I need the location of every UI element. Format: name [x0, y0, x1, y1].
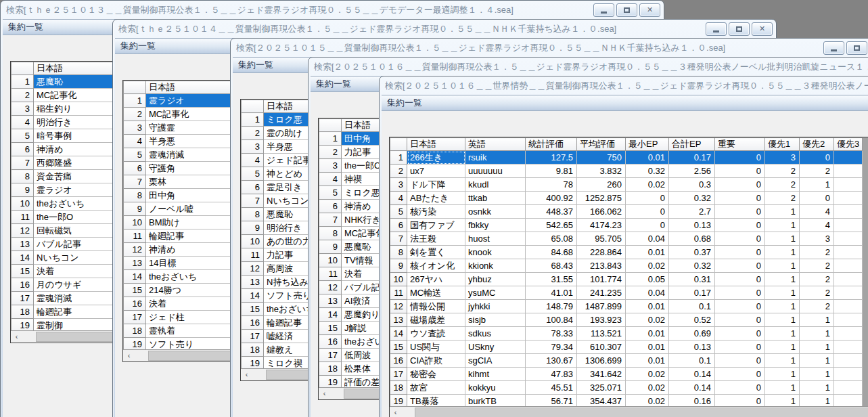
cell[interactable]	[834, 341, 863, 354]
row-number-cell[interactable]: 10	[124, 216, 146, 229]
cell[interactable]: 法王殺	[407, 232, 465, 246]
cell[interactable]: 448.37	[526, 205, 577, 219]
cell[interactable]	[834, 300, 863, 313]
row-number-cell[interactable]: 9	[390, 259, 407, 273]
row-number-cell[interactable]: 3	[390, 178, 407, 192]
cell[interactable]: 0.32	[626, 164, 669, 178]
row-number-cell[interactable]: 18	[390, 381, 407, 395]
row-number-cell[interactable]: 18	[12, 305, 34, 319]
cell[interactable]: uuuuuuu	[465, 164, 526, 178]
cell[interactable]	[834, 164, 863, 178]
cell[interactable]: 148.79	[526, 300, 577, 313]
cell[interactable]: 0.17	[669, 151, 715, 164]
scrollbar-thumb[interactable]	[415, 408, 868, 417]
cell[interactable]: 78.33	[526, 327, 577, 341]
cell[interactable]: 0.04	[626, 286, 669, 300]
cell[interactable]: 0.14	[669, 368, 715, 381]
row-number-cell[interactable]: 2	[390, 164, 407, 178]
cell[interactable]: 1	[800, 313, 834, 327]
row-number-cell[interactable]: 1	[124, 94, 146, 108]
row-number-cell[interactable]: 14	[12, 251, 34, 265]
column-header[interactable]: 優先1	[765, 138, 800, 151]
horizontal-scrollbar[interactable]: ‹ ›	[390, 406, 868, 417]
cell[interactable]: 2	[800, 300, 834, 313]
cell[interactable]	[834, 205, 863, 219]
cell[interactable]: 0.01	[626, 151, 669, 164]
row-number-cell[interactable]: 8	[319, 227, 342, 240]
cell[interactable]: ysuMC	[465, 286, 526, 300]
cell[interactable]: 0	[715, 354, 765, 368]
row-number-cell[interactable]: 5	[124, 148, 146, 162]
cell[interactable]: knook	[465, 246, 526, 259]
cell[interactable]: 4	[800, 219, 834, 232]
cell[interactable]	[834, 246, 863, 259]
scroll-left-button[interactable]: ‹	[319, 388, 330, 399]
row-number-cell[interactable]: 2	[12, 89, 34, 102]
column-header[interactable]: 優先2	[800, 138, 834, 151]
row-number-cell[interactable]: 10	[319, 254, 342, 267]
row-number-cell[interactable]: 4	[124, 135, 146, 148]
cell[interactable]: 0.13	[669, 219, 715, 232]
row-number-cell[interactable]: 14	[390, 327, 407, 341]
cell[interactable]: rsuik	[465, 151, 526, 164]
cell[interactable]: 2	[765, 192, 800, 205]
cell[interactable]: 0	[715, 205, 765, 219]
cell[interactable]: 2	[800, 273, 834, 286]
row-number-cell[interactable]: 17	[12, 292, 34, 305]
cell[interactable]: 0	[715, 300, 765, 313]
cell[interactable]: 750	[577, 151, 626, 164]
column-header[interactable]: 最小EP	[626, 138, 669, 151]
cell[interactable]: 1	[765, 219, 800, 232]
cell[interactable]: 2	[800, 259, 834, 273]
cell[interactable]: 0	[626, 219, 669, 232]
row-number-cell[interactable]: 3	[124, 121, 146, 135]
row-number-cell[interactable]: 13	[124, 257, 146, 270]
cell[interactable]: 260	[577, 178, 626, 192]
cell[interactable]: USkny	[465, 341, 526, 354]
cell[interactable]: 0	[626, 192, 669, 205]
cell[interactable]: 0	[715, 381, 765, 395]
row-number-cell[interactable]: 12	[390, 300, 407, 313]
scroll-left-button[interactable]: ‹	[241, 369, 252, 380]
cell[interactable]: kkudl	[465, 178, 526, 192]
close-button[interactable]: ✕	[752, 22, 773, 36]
cell[interactable]: 0.02	[626, 368, 669, 381]
cell[interactable]: 1487.899	[577, 300, 626, 313]
cell[interactable]	[834, 178, 863, 192]
cell[interactable]: 101.774	[577, 273, 626, 286]
row-number-cell[interactable]: 5	[12, 129, 34, 143]
cell[interactable]: 1	[765, 259, 800, 273]
window-titlebar[interactable]: 検索[２０２５１０１６＿＿質量制御再現公表１．５＿＿ジェド霊界ラジオ再現０．５５…	[309, 58, 868, 76]
row-number-cell[interactable]: 3	[319, 159, 342, 173]
cell[interactable]	[834, 259, 863, 273]
cell[interactable]: 2	[765, 164, 800, 178]
row-number-cell[interactable]: 3	[12, 102, 34, 116]
cell[interactable]: 3.832	[577, 164, 626, 178]
cell[interactable]: 1	[765, 286, 800, 300]
cell[interactable]: 228.864	[577, 246, 626, 259]
cell[interactable]: 1	[800, 341, 834, 354]
row-number-cell[interactable]: 5	[319, 186, 342, 200]
row-number-cell[interactable]: 16	[242, 316, 264, 330]
row-number-cell[interactable]: 4	[12, 116, 34, 129]
row-number-cell[interactable]: 15	[319, 322, 342, 335]
cell[interactable]: 41.01	[526, 286, 577, 300]
row-number-cell[interactable]: 10	[390, 273, 407, 286]
cell[interactable]: 0.68	[669, 232, 715, 246]
cell[interactable]: 0	[715, 219, 765, 232]
cell[interactable]: 0.69	[669, 327, 715, 341]
row-number-cell[interactable]: 1	[390, 151, 407, 164]
cell[interactable]: 0.02	[626, 381, 669, 395]
cell[interactable]: jyhkki	[465, 300, 526, 313]
cell[interactable]: 1252.875	[577, 192, 626, 205]
row-number-cell[interactable]: 12	[319, 281, 342, 294]
cell[interactable]: 0	[715, 341, 765, 354]
cell[interactable]: 0.01	[626, 341, 669, 354]
cell[interactable]: sdkus	[465, 327, 526, 341]
row-number-cell[interactable]: 17	[124, 311, 146, 324]
cell[interactable]	[834, 368, 863, 381]
maximize-button[interactable]	[729, 22, 750, 36]
cell[interactable]: 0	[715, 151, 765, 164]
cell[interactable]: 2	[800, 286, 834, 300]
window-titlebar[interactable]: 検索[２０２５１０１６＿＿世界情勢＿＿質量制御再現公表１．５＿＿ジェド霊界ラジオ…	[380, 76, 868, 95]
